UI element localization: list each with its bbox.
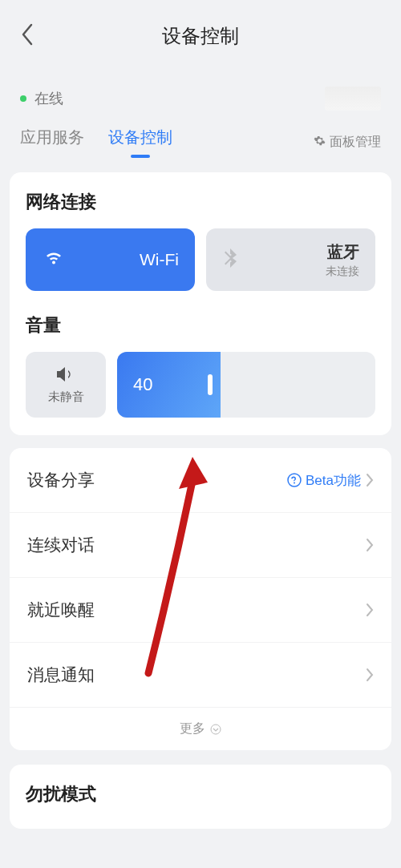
mute-button[interactable]: 未静音 (26, 352, 106, 418)
svg-point-1 (211, 725, 221, 734)
dnd-section-title: 勿扰模式 (26, 782, 375, 806)
chevron-right-icon (366, 668, 374, 682)
row-device-share[interactable]: 设备分享 Beta功能 (10, 448, 391, 513)
tabs-bar: 应用服务 设备控制 面板管理 (0, 120, 401, 158)
row-label: 设备分享 (27, 469, 95, 491)
volume-fill: 40 (117, 352, 221, 418)
device-status-bar: 在线 (0, 72, 401, 120)
row-label: 就近唤醒 (27, 599, 95, 621)
more-label: 更多 (180, 721, 205, 737)
bluetooth-button[interactable]: 蓝牙 未连接 (206, 228, 375, 291)
volume-handle (208, 374, 213, 395)
network-volume-card: 网络连接 Wi-Fi 蓝牙 未连接 音量 未静音 (10, 172, 391, 435)
settings-list: 设备分享 Beta功能 连续对话 就近唤醒 消息通知 更多 (10, 448, 391, 750)
header: 设备控制 (0, 0, 401, 72)
wifi-label: Wi-Fi (140, 250, 179, 269)
dnd-card: 勿扰模式 (10, 765, 391, 829)
question-circle-icon (287, 473, 302, 487)
volume-slider[interactable]: 40 (117, 352, 375, 418)
back-button[interactable] (20, 22, 34, 50)
online-status-label: 在线 (34, 89, 63, 108)
network-section-title: 网络连接 (26, 190, 375, 214)
tab-app-services[interactable]: 应用服务 (20, 127, 84, 158)
panel-management-label: 面板管理 (330, 134, 381, 151)
bluetooth-status: 未连接 (326, 264, 359, 279)
gear-icon (314, 135, 326, 150)
row-label: 消息通知 (27, 664, 95, 686)
chevron-right-icon (366, 603, 374, 617)
row-continuous-dialog[interactable]: 连续对话 (10, 513, 391, 578)
panel-management-button[interactable]: 面板管理 (314, 134, 381, 151)
bluetooth-icon (224, 248, 237, 271)
row-nearby-wake[interactable]: 就近唤醒 (10, 578, 391, 643)
volume-section-title: 音量 (26, 313, 375, 337)
mute-label: 未静音 (48, 390, 84, 405)
chevron-right-icon (366, 473, 374, 487)
bluetooth-label: 蓝牙 (327, 241, 359, 263)
wifi-icon (43, 250, 64, 269)
volume-value: 40 (133, 374, 152, 395)
beta-badge: Beta功能 (287, 471, 361, 490)
online-indicator-dot (20, 95, 26, 102)
speaker-icon (55, 365, 76, 386)
chevron-down-circle-icon (210, 724, 221, 735)
wifi-button[interactable]: Wi-Fi (26, 228, 195, 291)
chevron-right-icon (366, 538, 374, 552)
page-title: 设备控制 (162, 23, 239, 49)
row-message-notify[interactable]: 消息通知 (10, 643, 391, 708)
more-button[interactable]: 更多 (10, 708, 391, 750)
tab-device-control[interactable]: 设备控制 (108, 127, 172, 158)
row-label: 连续对话 (27, 534, 95, 556)
device-thumbnail (325, 87, 381, 111)
